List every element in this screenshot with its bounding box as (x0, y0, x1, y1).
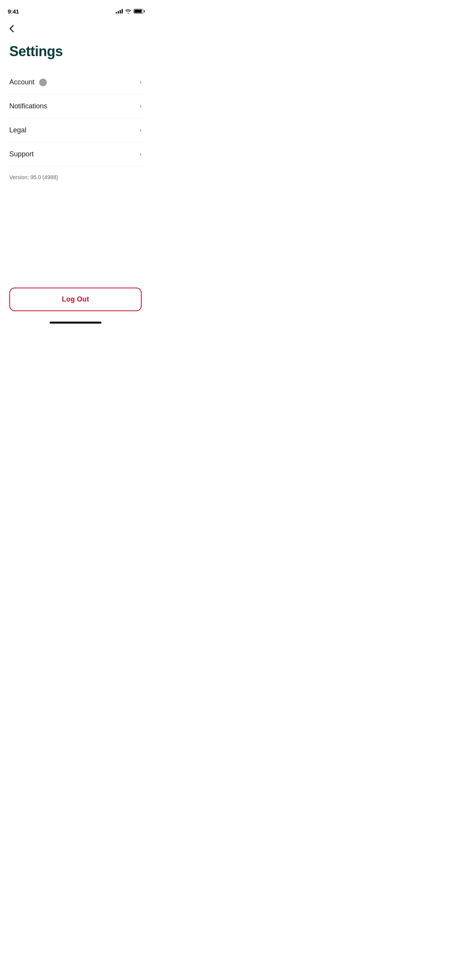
status-bar: 9:41 (0, 0, 151, 17)
menu-item-account-label: Account (9, 78, 34, 86)
account-chevron-right-icon: › (139, 78, 142, 86)
status-time: 9:41 (8, 8, 19, 15)
page-title-container: Settings (0, 37, 151, 70)
menu-item-support[interactable]: Support › (9, 142, 142, 166)
menu-item-notifications-label: Notifications (9, 102, 47, 110)
home-indicator (50, 322, 101, 324)
menu-item-legal-label: Legal (9, 126, 26, 134)
page-title: Settings (9, 43, 142, 60)
logout-container: Log Out (9, 288, 142, 311)
back-chevron-icon (8, 25, 15, 33)
menu-item-notifications-left: Notifications (9, 102, 47, 110)
account-badge-dot (39, 79, 47, 86)
menu-item-support-left: Support (9, 150, 34, 158)
version-text: Version: 95.0 (4988) (0, 166, 151, 188)
support-chevron-right-icon: › (139, 150, 142, 158)
menu-item-notifications[interactable]: Notifications › (9, 94, 142, 118)
menu-item-legal-left: Legal (9, 126, 26, 134)
menu-item-account[interactable]: Account › (9, 70, 142, 94)
menu-item-support-label: Support (9, 150, 34, 158)
back-button[interactable] (0, 20, 151, 37)
menu-item-legal[interactable]: Legal › (9, 118, 142, 142)
status-icons (116, 9, 143, 14)
menu-item-account-left: Account (9, 78, 47, 86)
battery-icon (134, 9, 143, 14)
logout-button[interactable]: Log Out (9, 288, 142, 311)
legal-chevron-right-icon: › (139, 126, 142, 134)
menu-list: Account › Notifications › Legal › Suppor… (0, 70, 151, 166)
wifi-icon (125, 9, 131, 14)
signal-bars-icon (116, 9, 123, 14)
notifications-chevron-right-icon: › (139, 102, 142, 110)
